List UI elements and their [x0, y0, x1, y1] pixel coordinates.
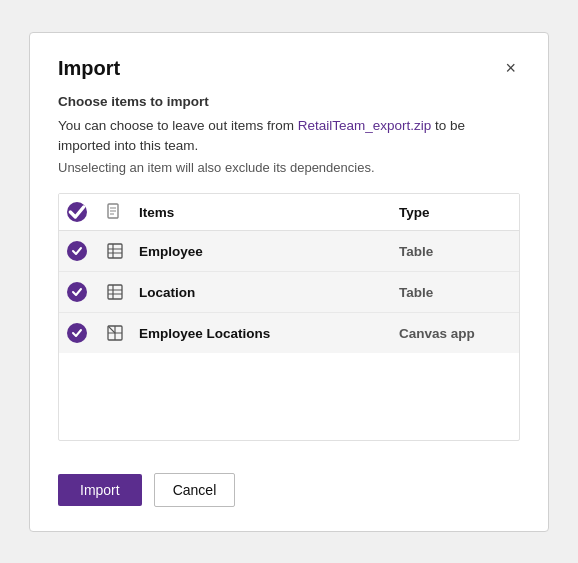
row1-type-icon — [95, 243, 135, 259]
subtitle-note: Unselecting an item will also exclude it… — [58, 160, 520, 175]
row3-type-icon — [95, 325, 135, 341]
row2-check-icon — [67, 282, 87, 302]
import-button[interactable]: Import — [58, 474, 142, 506]
row3-type: Canvas app — [399, 326, 519, 341]
svg-rect-4 — [108, 244, 122, 258]
svg-rect-8 — [108, 285, 122, 299]
table-header-row: Items Type — [59, 194, 519, 231]
subtitle-desc-text: You can choose to leave out items from — [58, 118, 298, 133]
row1-type: Table — [399, 244, 519, 259]
subtitle-heading: Choose items to import — [58, 94, 209, 109]
row2-type-icon — [95, 284, 135, 300]
subtitle-section: Choose items to import You can choose to… — [58, 92, 520, 194]
close-button[interactable]: × — [501, 57, 520, 79]
dialog-title: Import — [58, 57, 120, 80]
header-checkbox-cell[interactable] — [59, 202, 95, 222]
row1-check-icon — [67, 241, 87, 261]
row3-check-icon — [67, 323, 87, 343]
row1-checkbox-cell[interactable] — [59, 241, 95, 261]
subtitle: Choose items to import — [58, 92, 520, 112]
table-row: Employee Table — [59, 231, 519, 272]
subtitle-filename: RetailTeam_export.zip — [298, 118, 432, 133]
dialog-header: Import × — [58, 57, 520, 80]
document-icon — [107, 203, 123, 221]
row3-checkbox-cell[interactable] — [59, 323, 95, 343]
svg-line-15 — [108, 326, 115, 333]
row2-type: Table — [399, 285, 519, 300]
header-icon-cell — [95, 203, 135, 221]
cancel-button[interactable]: Cancel — [154, 473, 236, 507]
row3-name: Employee Locations — [135, 326, 399, 341]
import-dialog: Import × Choose items to import You can … — [29, 32, 549, 532]
items-table: Items Type Employee Tab — [58, 193, 520, 440]
row2-checkbox-cell[interactable] — [59, 282, 95, 302]
row1-name: Employee — [135, 244, 399, 259]
row2-name: Location — [135, 285, 399, 300]
table-row: Location Table — [59, 272, 519, 313]
table-row: Employee Locations Canvas app — [59, 313, 519, 353]
col-header-type: Type — [399, 205, 519, 220]
header-check-icon — [67, 202, 87, 222]
dialog-footer: Import Cancel — [58, 473, 520, 507]
subtitle-desc: You can choose to leave out items from R… — [58, 116, 520, 157]
col-header-items: Items — [135, 205, 399, 220]
